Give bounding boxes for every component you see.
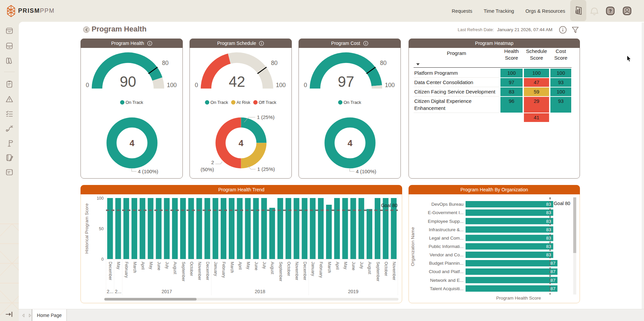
org-bar[interactable] bbox=[466, 218, 553, 224]
trend-bar-july[interactable] bbox=[164, 198, 170, 259]
sidebar-item-clipboard[interactable] bbox=[5, 80, 14, 88]
trend-bar-december[interactable] bbox=[205, 198, 210, 259]
score-cell[interactable]: 93 bbox=[550, 97, 572, 113]
trend-bar-june[interactable] bbox=[351, 198, 356, 259]
sidebar-item-notebook[interactable] bbox=[5, 153, 14, 162]
card-info-icon[interactable] bbox=[259, 41, 264, 46]
trend-bar-february[interactable] bbox=[318, 198, 324, 259]
back-button[interactable] bbox=[83, 26, 90, 33]
trend-bar-may[interactable] bbox=[115, 198, 121, 259]
org-bar[interactable] bbox=[466, 201, 553, 207]
sidebar-item-checklist[interactable] bbox=[5, 109, 14, 118]
trend-bar-april[interactable] bbox=[334, 198, 340, 259]
legend-item-on-track[interactable]: On Track bbox=[338, 100, 361, 105]
scrollbar-thumb[interactable] bbox=[104, 298, 197, 301]
nav-orgs-resources[interactable]: Orgs & Resources bbox=[526, 8, 565, 14]
collapse-sidebar-icon[interactable] bbox=[5, 310, 14, 319]
trend-bar-june[interactable] bbox=[253, 198, 259, 259]
trend-bar-december[interactable] bbox=[302, 198, 308, 259]
card-info-icon[interactable] bbox=[147, 41, 152, 46]
legend-item-off-track[interactable]: Off Track bbox=[253, 100, 276, 105]
score-cell[interactable]: 97 bbox=[500, 78, 523, 87]
org-bar[interactable] bbox=[466, 285, 557, 292]
brand-logo[interactable]: PRISMPPM bbox=[7, 0, 55, 22]
score-cell[interactable]: 96 bbox=[500, 97, 523, 113]
trend-bar-november[interactable] bbox=[196, 198, 202, 259]
trend-bar-may[interactable] bbox=[342, 198, 348, 259]
sidebar-item-card[interactable] bbox=[5, 168, 14, 177]
score-cell[interactable]: 100 bbox=[550, 87, 572, 97]
trend-bar-august[interactable] bbox=[172, 198, 178, 259]
page-scrollbar[interactable] bbox=[642, 22, 644, 309]
org-bar[interactable] bbox=[466, 268, 557, 275]
trend-bar-february[interactable] bbox=[221, 198, 226, 259]
program-name-cell[interactable]: Citizen Digital Experience Enhancement bbox=[414, 97, 499, 113]
org-bar[interactable] bbox=[466, 252, 553, 258]
org-bar[interactable] bbox=[466, 226, 553, 233]
score-cell[interactable]: 93 bbox=[550, 78, 572, 87]
tab-scroll-left-button[interactable] bbox=[20, 309, 26, 321]
reports-button[interactable] bbox=[570, 0, 586, 21]
org-bar[interactable] bbox=[466, 277, 557, 283]
info-button[interactable] bbox=[559, 26, 567, 35]
org-vertical-scrollbar[interactable] bbox=[573, 197, 576, 295]
trend-bar-september[interactable] bbox=[180, 198, 186, 259]
trend-bar-april[interactable] bbox=[237, 198, 243, 259]
nav-time-tracking[interactable]: Time Tracking bbox=[484, 8, 514, 14]
score-cell[interactable]: 100 bbox=[524, 68, 549, 78]
score-cell[interactable]: 100 bbox=[500, 68, 523, 78]
score-cell[interactable]: 29 bbox=[524, 97, 549, 113]
donut-slice[interactable] bbox=[241, 143, 267, 169]
trend-bar-march[interactable] bbox=[326, 205, 332, 259]
trend-bar-august[interactable] bbox=[367, 209, 372, 259]
org-bar[interactable] bbox=[466, 260, 557, 266]
sort-indicator-icon[interactable] bbox=[416, 63, 420, 65]
column-header-schedule-score[interactable]: ScheduleScore bbox=[524, 48, 549, 61]
org-bar[interactable] bbox=[466, 209, 553, 216]
org-bar[interactable] bbox=[466, 235, 553, 241]
sidebar-item-storage[interactable] bbox=[5, 42, 14, 50]
score-cell[interactable]: 47 bbox=[524, 78, 549, 87]
trend-bar-january[interactable] bbox=[213, 198, 218, 259]
program-name-cell[interactable]: Platform Programm bbox=[414, 68, 499, 78]
trend-bar-may[interactable] bbox=[148, 198, 153, 259]
donut-slice[interactable] bbox=[241, 118, 267, 143]
filter-button[interactable] bbox=[572, 26, 579, 35]
legend-item-on-track[interactable]: On Track bbox=[205, 100, 228, 105]
card-info-icon[interactable] bbox=[363, 41, 368, 46]
trend-bar-may[interactable] bbox=[245, 198, 251, 259]
sidebar-item-milestone[interactable] bbox=[5, 139, 14, 147]
profile-button[interactable] bbox=[622, 0, 632, 22]
score-cell[interactable]: 83 bbox=[500, 87, 523, 97]
trend-bar-september[interactable] bbox=[277, 198, 283, 259]
score-cell[interactable]: 41 bbox=[524, 113, 549, 122]
score-cell[interactable]: 59 bbox=[524, 87, 549, 97]
sidebar-item-inbox[interactable] bbox=[5, 26, 14, 35]
program-name-cell[interactable]: Data Center Consolidation bbox=[414, 78, 499, 87]
scrollbar-thumb[interactable] bbox=[573, 197, 576, 253]
gauge-value-arc[interactable] bbox=[201, 54, 231, 89]
column-header-cost-score[interactable]: CostScore bbox=[550, 48, 572, 61]
org-bar[interactable] bbox=[466, 243, 553, 250]
donut-slice[interactable] bbox=[216, 118, 241, 169]
trend-bar-january[interactable] bbox=[310, 198, 316, 259]
trend-bar-august[interactable] bbox=[269, 208, 275, 259]
trend-bar-july[interactable] bbox=[359, 198, 364, 259]
program-name-cell[interactable]: Citizen Facing Service Development bbox=[414, 87, 499, 97]
trend-bar-april[interactable] bbox=[140, 198, 145, 259]
trend-bar-november[interactable] bbox=[293, 198, 299, 259]
trend-bar-december[interactable] bbox=[107, 198, 113, 259]
trend-bar-march[interactable] bbox=[229, 198, 234, 259]
nav-requests[interactable]: Requests bbox=[452, 8, 472, 14]
tab-home-page[interactable]: Home Page bbox=[32, 309, 66, 321]
trend-bar-july[interactable] bbox=[261, 198, 267, 259]
legend-item-on-track[interactable]: On Track bbox=[120, 100, 143, 105]
help-button[interactable]: ? bbox=[605, 0, 615, 22]
trend-bar-march[interactable] bbox=[131, 198, 137, 259]
score-cell[interactable]: 100 bbox=[550, 68, 572, 78]
trend-horizontal-scrollbar[interactable] bbox=[104, 298, 398, 301]
sidebar-item-alerts[interactable] bbox=[5, 95, 14, 104]
trend-bar-june[interactable] bbox=[156, 198, 162, 259]
notifications-button[interactable] bbox=[590, 0, 599, 22]
sidebar-item-route[interactable] bbox=[5, 124, 14, 133]
